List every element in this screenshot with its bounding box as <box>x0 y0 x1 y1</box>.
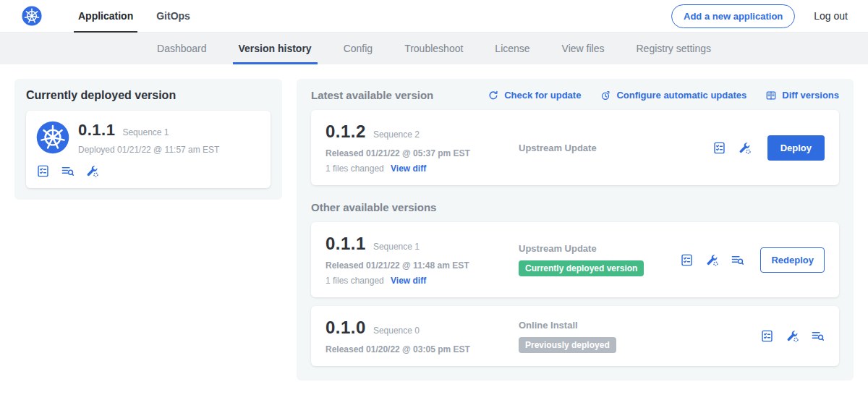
version-number: 0.1.2 <box>326 122 366 142</box>
sequence-label: Sequence 2 <box>373 129 420 140</box>
tab-troubleshoot[interactable]: Troubleshoot <box>388 33 479 64</box>
configure-automatic-updates-button[interactable]: Configure automatic updates <box>600 90 746 101</box>
deploy-logs-icon[interactable] <box>811 329 825 343</box>
tab-dashboard[interactable]: Dashboard <box>141 33 223 64</box>
latest-available-title: Latest available version <box>311 89 433 101</box>
check-for-update-button[interactable]: Check for update <box>488 90 581 101</box>
version-source: Upstream Update <box>519 243 671 254</box>
other-versions-title: Other available versions <box>311 201 839 213</box>
tab-config[interactable]: Config <box>328 33 388 64</box>
version-history-panel: Latest available version Check for updat… <box>297 79 854 381</box>
sequence-label: Sequence 0 <box>373 326 420 336</box>
sequence-label: Sequence 1 <box>373 242 420 252</box>
top-bar-right: Add a new application Log out <box>671 4 848 28</box>
add-application-button[interactable]: Add a new application <box>671 4 795 28</box>
tab-version-history[interactable]: Version history <box>223 33 328 64</box>
top-bar: Application GitOps Add a new application… <box>0 0 868 33</box>
previously-deployed-badge: Previously deployed <box>519 337 616 353</box>
files-changed-label: 1 files changed <box>326 276 384 286</box>
check-for-update-label: Check for update <box>504 90 581 101</box>
configure-automatic-updates-label: Configure automatic updates <box>616 90 746 101</box>
version-info: 0.1.2 Sequence 2 Released 01/21/22 @ 05:… <box>326 122 510 174</box>
currently-deployed-badge: Currently deployed version <box>519 260 644 276</box>
tab-registry-settings[interactable]: Registry settings <box>621 33 727 64</box>
deployed-sequence-label: Sequence 1 <box>122 127 169 137</box>
console-subnav: Dashboard Version history Config Trouble… <box>0 33 868 64</box>
version-source-cell: Upstream Update Currently deployed versi… <box>510 243 680 276</box>
diff-icon <box>765 90 777 101</box>
view-diff-link[interactable]: View diff <box>391 163 426 174</box>
tab-view-files[interactable]: View files <box>546 33 621 64</box>
release-notes-icon[interactable] <box>36 164 50 178</box>
release-notes-icon[interactable] <box>680 253 694 267</box>
deployed-date: Deployed 01/21/22 @ 11:57 am EST <box>78 145 219 155</box>
deploy-logs-icon[interactable] <box>61 164 75 178</box>
version-history-header: Latest available version Check for updat… <box>311 89 839 101</box>
version-actions <box>760 329 825 343</box>
version-number: 0.1.1 <box>326 234 366 254</box>
config-icon[interactable] <box>738 141 752 155</box>
config-icon[interactable] <box>705 253 719 267</box>
released-date: Released 01/20/22 @ 03:05 pm EST <box>326 344 510 354</box>
view-diff-link[interactable]: View diff <box>391 276 426 286</box>
version-row-0-1-1: 0.1.1 Sequence 1 Released 01/21/22 @ 11:… <box>311 222 839 297</box>
app-nav: Application GitOps <box>67 0 202 33</box>
deployed-version-card: 0.1.1 Sequence 1 Deployed 01/21/22 @ 11:… <box>26 111 271 188</box>
main-content: Currently deployed version 0.1.1 Sequenc… <box>0 64 868 395</box>
clock-update-icon <box>600 90 611 101</box>
version-info: 0.1.1 Sequence 1 Released 01/21/22 @ 11:… <box>326 234 510 286</box>
refresh-icon <box>488 90 499 101</box>
version-actions: Deploy <box>712 135 825 161</box>
diff-versions-button[interactable]: Diff versions <box>765 90 839 101</box>
released-date: Released 01/21/22 @ 11:48 am EST <box>326 260 510 271</box>
files-changed-label: 1 files changed <box>326 163 384 174</box>
released-date: Released 01/21/22 @ 05:37 pm EST <box>326 148 510 158</box>
config-icon[interactable] <box>786 329 799 343</box>
deploy-logs-icon[interactable] <box>731 253 744 267</box>
deployed-version-summary: 0.1.1 Sequence 1 Deployed 01/21/22 @ 11:… <box>36 121 260 155</box>
version-source: Upstream Update <box>519 143 704 153</box>
logout-link[interactable]: Log out <box>814 10 848 22</box>
deployed-actions <box>36 164 260 178</box>
version-number: 0.1.0 <box>326 318 366 338</box>
version-info: 0.1.0 Sequence 0 Released 01/20/22 @ 03:… <box>326 318 510 354</box>
deploy-button[interactable]: Deploy <box>767 135 825 161</box>
redeploy-button[interactable]: Redeploy <box>760 247 825 273</box>
app-logo-icon <box>36 121 69 154</box>
release-notes-icon[interactable] <box>760 329 774 343</box>
version-source-cell: Upstream Update <box>510 143 712 153</box>
version-source: Online Install <box>519 320 752 331</box>
config-icon[interactable] <box>85 164 99 178</box>
release-notes-icon[interactable] <box>712 141 726 155</box>
kubernetes-logo-icon <box>22 6 42 26</box>
tab-gitops[interactable]: GitOps <box>145 0 202 33</box>
currently-deployed-panel: Currently deployed version 0.1.1 Sequenc… <box>14 79 282 200</box>
version-history-actions: Check for update Configure automatic upd… <box>488 90 839 101</box>
deployed-version-number: 0.1.1 <box>78 121 115 140</box>
version-source-cell: Online Install Previously deployed <box>510 320 760 353</box>
tab-application[interactable]: Application <box>67 0 145 33</box>
version-actions: Redeploy <box>680 247 825 273</box>
tab-license[interactable]: License <box>479 33 545 64</box>
version-row-0-1-0: 0.1.0 Sequence 0 Released 01/20/22 @ 03:… <box>311 306 839 366</box>
version-row-0-1-2: 0.1.2 Sequence 2 Released 01/21/22 @ 05:… <box>311 110 839 185</box>
deployed-panel-title: Currently deployed version <box>26 89 271 102</box>
diff-versions-label: Diff versions <box>782 90 839 101</box>
